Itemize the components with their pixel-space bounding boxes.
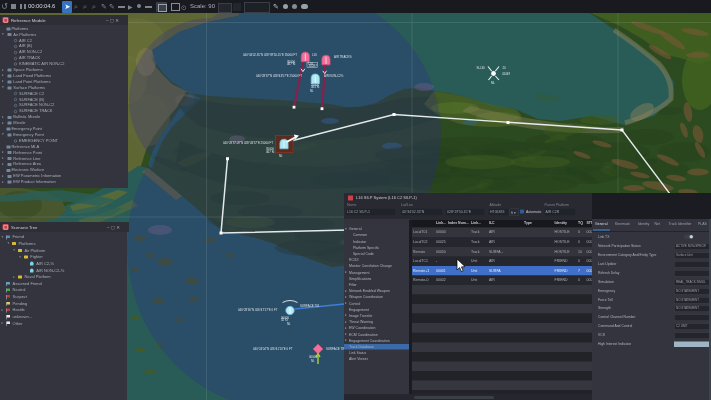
- svg-text:L16: L16: [312, 53, 317, 57]
- svg-text:JU287: JU287: [308, 64, 317, 68]
- svg-text:040°28'37.09"N 028°43'57"E 250: 040°28'37.09"N 028°43'57"E 25000 FT: [223, 141, 273, 145]
- svg-text:040°28'30"N 026°47'17"E 0 FT: 040°28'30"N 026°47'17"E 0 FT: [238, 308, 278, 312]
- svg-text:00000: 00000: [309, 355, 317, 359]
- svg-text:AIR TRACK%: AIR TRACK%: [334, 55, 352, 59]
- svg-text:040°28'37"N 028°43'57"E 25000: 040°28'37"N 028°43'57"E 25000 FT: [256, 74, 302, 78]
- svg-text:467 Kt: 467 Kt: [287, 62, 296, 66]
- svg-text:SU-30: SU-30: [477, 66, 486, 70]
- svg-text:41049: 41049: [502, 72, 510, 76]
- svg-text:NL: NL: [287, 322, 291, 326]
- svg-text:040°34'02.35"N 028°39'50.15"E: 040°34'02.35"N 028°39'50.15"E 35000 FT: [243, 53, 297, 57]
- svg-text:NL: NL: [279, 154, 283, 158]
- svg-text:SURFACE T01: SURFACE T01: [300, 304, 320, 308]
- svg-text:040°24'04"N 026°41'10"E 0 FT: 040°24'04"N 026°41'10"E 0 FT: [253, 347, 293, 351]
- svg-text:NL: NL: [310, 89, 314, 93]
- svg-text:467 Kt: 467 Kt: [266, 150, 275, 154]
- svg-text:AIR NON-C2%: AIR NON-C2%: [324, 74, 344, 78]
- svg-text:NL: NL: [311, 359, 315, 363]
- svg-text:ML: ML: [491, 81, 495, 85]
- svg-text:20: 20: [503, 66, 507, 70]
